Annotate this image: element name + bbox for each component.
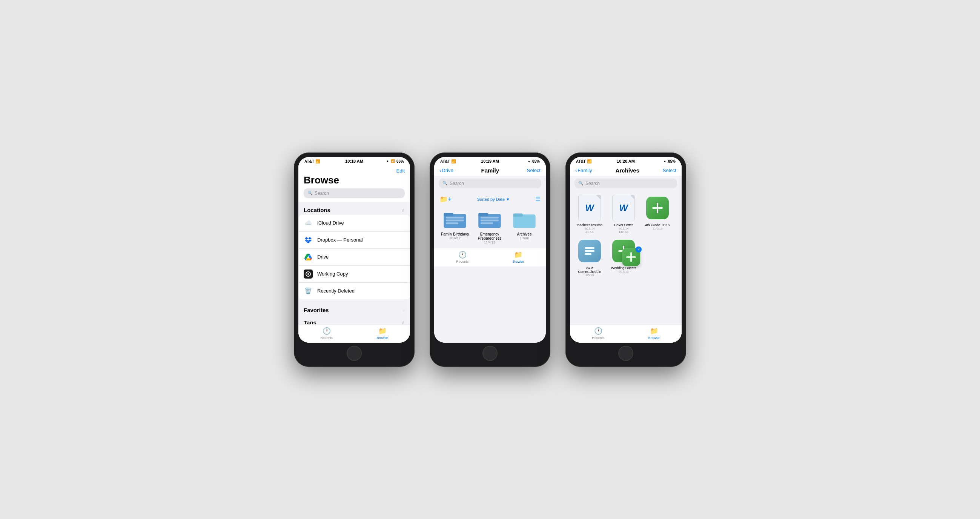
folder-item-birthdays[interactable]: Family Birthdays 3/16/17 <box>439 208 470 244</box>
select-button-archives[interactable]: Select <box>663 168 676 173</box>
battery-1: 85% <box>396 159 404 163</box>
word-doc-cover-letter: W <box>612 195 635 221</box>
folder-icon-archives <box>511 208 538 231</box>
floating-app-icon[interactable]: 4 <box>622 248 640 266</box>
archive-icon-teks <box>644 195 671 222</box>
nav-title-family: Family <box>481 167 500 174</box>
list-item-recently-deleted[interactable]: 🗑️ Recently Deleted <box>298 283 410 299</box>
family-folder-grid: Family Birthdays 3/16/17 Emer <box>434 206 546 248</box>
recents-tab-icon-3: 🕐 <box>594 327 602 335</box>
tab-bar-2: 🕐 Recents 📁 Browse <box>434 248 546 267</box>
edit-button[interactable]: Edit <box>396 168 405 174</box>
svg-rect-19 <box>585 253 592 255</box>
screen-browse: Edit Browse 🔍 Search Locations ∨ ☁️ iC <box>298 164 410 343</box>
select-button-family[interactable]: Select <box>527 168 541 173</box>
list-view-icon[interactable]: ☰ <box>535 195 541 203</box>
archive-item-amcomm[interactable]: A&M Comm...hedule 9/5/13 <box>574 238 605 277</box>
recents-tab-icon-2: 🕐 <box>458 251 467 259</box>
browse-tab-label-1: Browse <box>377 336 388 340</box>
status-time-1: 10:18 AM <box>345 159 363 163</box>
svg-rect-14 <box>513 213 522 217</box>
tags-header: Tags ∨ <box>298 315 410 324</box>
folder-name-emergency: Emergency Preparedness <box>474 232 505 240</box>
recents-tab-label-1: Recents <box>320 336 333 340</box>
status-left-1: AT&T 📶 <box>304 159 320 163</box>
tab-browse-3[interactable]: 📁 Browse <box>648 327 660 340</box>
status-time-2: 10:19 AM <box>481 159 499 163</box>
tab-browse-2[interactable]: 📁 Browse <box>512 251 524 263</box>
trash-icon: 🗑️ <box>304 286 313 295</box>
list-item-working-copy[interactable]: Working Copy <box>298 266 410 283</box>
list-item-icloud[interactable]: ☁️ iCloud Drive <box>298 215 410 232</box>
list-item-dropbox[interactable]: Dropbox — Personal <box>298 232 410 249</box>
new-folder-icon[interactable]: 📁+ <box>439 195 452 203</box>
svg-rect-5 <box>446 217 464 218</box>
status-left-3: AT&T 📶 <box>576 159 592 163</box>
tab-recents-1[interactable]: 🕐 Recents <box>320 327 333 340</box>
svg-point-2 <box>307 273 309 275</box>
folder-icon-emergency <box>476 208 503 231</box>
favorites-label: Favorites <box>304 307 329 313</box>
archive-item-wedding[interactable]: 4 Wedding Guests 6/17/13 <box>608 238 639 277</box>
search-bar-family[interactable]: 🔍 Search <box>439 179 541 188</box>
back-button-archives[interactable]: ‹ Family <box>575 168 592 173</box>
archive-date-cover-letter: 9/11/14 <box>619 227 629 230</box>
home-button-1[interactable] <box>347 346 362 361</box>
folder-item-emergency[interactable]: Emergency Preparedness 11/4/15 <box>474 208 505 244</box>
bluetooth-icon-1: 📶 <box>391 159 395 163</box>
google-drive-icon <box>304 252 313 262</box>
archive-item-cover-letter[interactable]: W Cover Letter 9/11/14 142 KB <box>608 195 639 234</box>
app-badge: 4 <box>636 246 642 252</box>
recents-tab-label-3: Recents <box>592 336 604 340</box>
archive-date-resume: 9/11/14 <box>585 227 595 230</box>
carrier-1: AT&T <box>304 159 314 163</box>
back-chevron-icon: ‹ <box>439 168 441 173</box>
screen-family: ‹ Drive Family Select 🔍 Search 📁+ Sorted… <box>434 164 546 343</box>
home-button-2[interactable] <box>482 346 498 361</box>
archive-item-teks[interactable]: 4th Grade TEKS 11/6/13 <box>643 195 673 234</box>
wifi-icon-3: 📶 <box>587 159 592 163</box>
status-right-1: ▲ 📶 85% <box>386 159 404 163</box>
archive-item-resume[interactable]: W teacher's resume 9/11/14 21 KB <box>574 195 605 234</box>
carrier-3: AT&T <box>576 159 586 163</box>
list-item-drive[interactable]: Drive <box>298 249 410 266</box>
archive-size-cover-letter: 142 KB <box>619 230 628 234</box>
archive-size-resume: 21 KB <box>585 230 594 234</box>
word-doc-resume: W <box>578 195 601 221</box>
search-bar-browse[interactable]: 🔍 Search <box>304 188 405 198</box>
svg-rect-7 <box>446 222 458 224</box>
locations-chevron-icon[interactable]: ∨ <box>401 207 405 213</box>
folder-item-archives[interactable]: Archives 1 item <box>509 208 540 244</box>
home-button-3[interactable] <box>618 346 633 361</box>
back-chevron-icon-archives: ‹ <box>575 168 577 173</box>
folder-meta-birthdays: 3/16/17 <box>449 236 461 240</box>
recents-tab-label-2: Recents <box>456 260 468 263</box>
search-placeholder-family: Search <box>450 181 464 186</box>
tab-bar-1: 🕐 Recents 📁 Browse <box>298 324 410 343</box>
sort-button[interactable]: Sorted by Date ▼ <box>477 197 510 201</box>
tab-browse-1[interactable]: 📁 Browse <box>377 327 388 340</box>
back-label-family: Drive <box>442 168 453 173</box>
locations-label: Locations <box>304 207 331 213</box>
battery-2: 85% <box>532 159 540 163</box>
tab-recents-3[interactable]: 🕐 Recents <box>592 327 604 340</box>
tab-bar-3: 🕐 Recents 📁 Browse <box>570 324 682 343</box>
working-copy-icon <box>304 270 313 279</box>
archives-grid: W teacher's resume 9/11/14 21 KB W Cover… <box>570 192 682 281</box>
search-bar-archives[interactable]: 🔍 Search <box>574 179 677 188</box>
drive-label: Drive <box>317 254 329 260</box>
folder-meta-emergency: 11/4/15 <box>484 240 495 244</box>
tags-chevron-icon[interactable]: ∨ <box>401 320 405 324</box>
svg-rect-10 <box>480 217 499 218</box>
wifi-icon-2: 📶 <box>451 159 456 163</box>
browse-scroll[interactable]: Locations ∨ ☁️ iCloud Drive Dropbox — Pe… <box>298 202 410 324</box>
browse-tab-icon-3: 📁 <box>650 327 658 335</box>
svg-rect-12 <box>480 222 493 224</box>
favorites-chevron-icon[interactable]: › <box>403 307 405 313</box>
search-placeholder-archives: Search <box>585 181 600 186</box>
back-label-archives: Family <box>578 168 592 173</box>
back-button-family[interactable]: ‹ Drive <box>439 168 453 173</box>
location-icon-1: ▲ <box>386 159 389 163</box>
tab-recents-2[interactable]: 🕐 Recents <box>456 251 468 263</box>
dropbox-icon <box>304 236 313 244</box>
